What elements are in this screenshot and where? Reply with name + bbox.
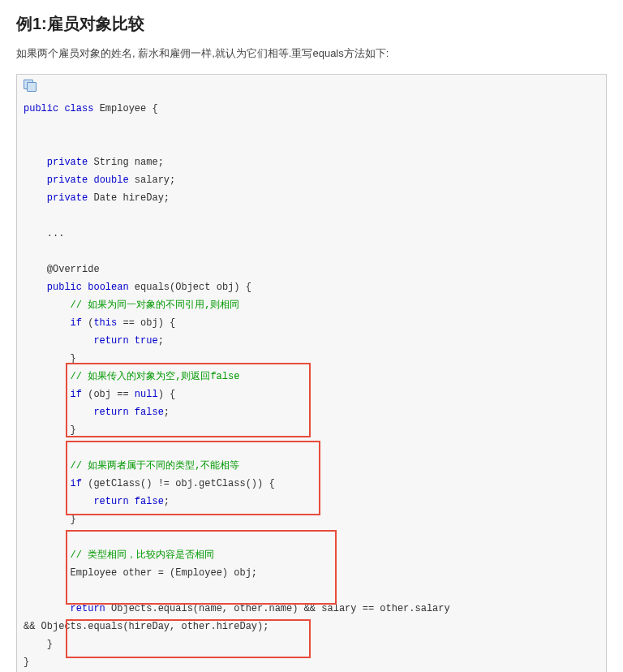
description-text: 如果两个雇员对象的姓名, 薪水和雇佣一样,就认为它们相等.重写equals方法如…: [16, 46, 607, 61]
copy-icon[interactable]: [24, 80, 37, 91]
code-content: public class Employee { private String n…: [17, 97, 606, 672]
code-toolbar: [17, 75, 606, 97]
code-block: public class Employee { private String n…: [16, 74, 607, 672]
heading: 例1:雇员对象比较: [16, 13, 607, 35]
